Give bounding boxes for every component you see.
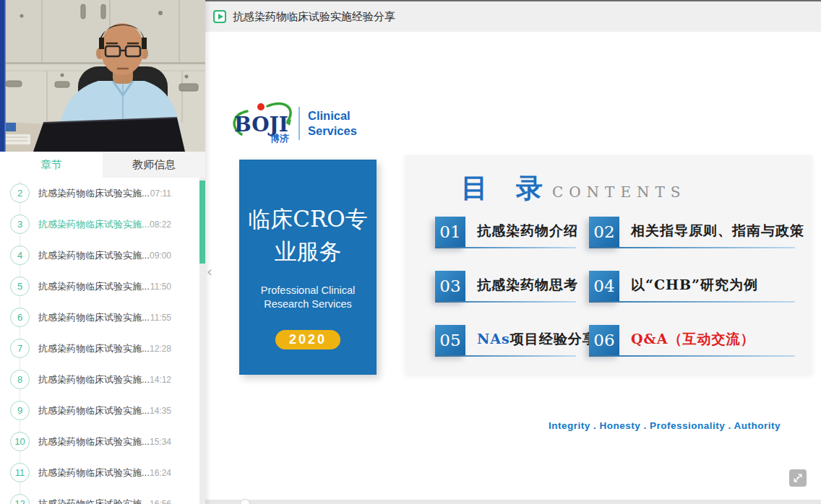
chapter-title: 抗感染药物临床试验实施... [38,311,150,324]
toc-underline [589,247,795,248]
logo-red-dot [257,103,265,110]
cro-services-card: 临床CRO专 业服务 Professional Clinical Researc… [239,160,377,375]
toc-number: 06 [589,325,619,355]
toc-label: NAs项目经验分享 [477,330,597,349]
chapter-title: 抗感染药物临床试验实施... [38,404,150,417]
chapter-number: 7 [10,339,30,358]
expand-arrows-icon [789,469,807,487]
toc-item-06: 06 Q&A（互动交流） [589,325,806,361]
chapter-item[interactable]: 4 抗感染药物临床试验实施... 09:00 [0,240,205,271]
chapter-item[interactable]: 11 抗感染药物临床试验实施... 16:24 [0,457,205,488]
chapter-time: 16:56 [150,499,171,504]
chapter-time: 15:34 [150,437,171,447]
collapse-sidebar-chevron-icon[interactable]: ‹ [207,263,212,280]
chapter-title: 抗感染药物临床试验实施... [38,249,150,262]
chapter-item[interactable]: 5 抗感染药物临床试验实施... 11:50 [0,271,205,302]
chapter-time: 08:22 [150,220,171,230]
chapter-time: 12:28 [150,344,171,354]
chapter-title: 抗感染药物临床试验实施... [38,373,150,386]
play-icon [213,10,226,23]
bottom-strip [205,500,821,504]
logo-service-line1: Clinical [308,109,351,122]
chapter-number: 8 [10,370,30,389]
chapter-time: 09:00 [150,251,171,261]
video-course-page: 章节 教师信息 2 抗感染药物临床试验实施... 07:11 3 抗感染药物临床… [0,0,821,504]
toc-label-prefix: NAs [477,331,510,347]
chapter-time: 07:11 [150,188,171,199]
chapter-list: 2 抗感染药物临床试验实施... 07:11 3 抗感染药物临床试验实施... … [0,178,205,504]
sidebar-scrollbar-track [199,178,205,504]
chapter-title: 抗感染药物临床试验实施... [38,280,150,293]
chapter-number: 3 [10,214,30,234]
chapter-title: 抗感染药物临床试验实施... [38,187,150,200]
logo-brand-cn: 博济 [270,133,289,144]
chapter-title: 抗感染药物临床试验实施... [38,466,150,479]
chapter-item[interactable]: 9 抗感染药物临床试验实施... 14:35 [0,395,205,426]
chapter-item[interactable]: 12 抗感染药物临床试验实施... 16:56 [0,488,205,504]
toc-underline [435,301,576,303]
toc-label: 抗感染药物思考 [477,276,578,295]
chapter-item[interactable]: 6 抗感染药物临床试验实施... 11:55 [0,302,205,333]
chapter-title: 抗感染药物临床试验实施... [38,435,150,448]
contents-heading: 目 录 CONTENTS [461,170,687,207]
contents-heading-cn: 目 录 [461,170,552,207]
toc-label: 相关指导原则、指南与政策 [631,222,804,240]
card-subtitle: Professional Clinical Research Services [239,284,377,311]
chapter-number: 12 [10,494,30,504]
toc-underline [589,301,795,303]
fullscreen-button[interactable] [789,469,807,487]
toc-item-02: 02 相关指导原则、指南与政策 [589,217,806,253]
chapter-time: 14:35 [150,406,171,416]
bottom-handle[interactable] [240,499,250,504]
chapter-item[interactable]: 10 抗感染药物临床试验实施... 15:34 [0,426,205,457]
webcam-video[interactable] [0,0,205,152]
toc-label: 抗感染药物介绍 [477,222,578,240]
slogan-text: Integrity . Honesty . Professionality . … [549,420,781,431]
chapter-item[interactable]: 2 抗感染药物临床试验实施... 07:11 [0,178,205,209]
chapter-number: 10 [10,432,30,451]
sidebar-tabs: 章节 教师信息 [0,152,205,178]
toc-number: 03 [435,271,465,301]
chapter-time: 14:12 [150,375,171,385]
toc-number: 05 [435,325,465,355]
contents-heading-en: CONTENTS [552,183,687,201]
chapter-item[interactable]: 8 抗感染药物临床试验实施... 14:12 [0,364,205,395]
toc-item-04: 04 以“CHB”研究为例 [589,271,806,307]
sidebar: 章节 教师信息 2 抗感染药物临床试验实施... 07:11 3 抗感染药物临床… [0,0,205,504]
chapter-title: 抗感染药物临床试验实施... [38,342,150,355]
chapter-title: 抗感染药物临床试验实施... [38,218,150,231]
course-title: 抗感染药物临床试验实施经验分享 [233,10,395,24]
chapter-item[interactable]: 7 抗感染药物临床试验实施... 12:28 [0,333,205,364]
logo-service-line2: Services [308,124,357,137]
chapter-number: 9 [10,401,30,420]
toc-number: 02 [589,217,619,247]
tab-teacher-info[interactable]: 教师信息 [103,152,205,178]
chapter-time: 16:24 [150,468,171,478]
chapter-number: 4 [10,246,30,265]
course-header: 抗感染药物临床试验实施经验分享 [205,0,821,32]
toc-underline [589,355,795,357]
toc-underline [435,355,576,357]
presenter-illustration [0,0,205,152]
chapter-time: 11:55 [150,313,171,323]
toc-number: 01 [435,217,465,247]
chapter-item-active[interactable]: 3 抗感染药物临床试验实施... 08:22 [0,209,205,240]
boji-logo: BOJI 博济 Clinical Services [233,101,377,149]
chapter-number: 2 [10,183,30,203]
toc-label: Q&A（互动交流） [631,330,755,349]
toc-label: 以“CHB”研究为例 [631,276,758,295]
sidebar-scrollbar-thumb[interactable] [199,181,205,264]
year-badge: 2020 [275,330,340,349]
toc-number: 04 [589,271,619,301]
tab-chapters[interactable]: 章节 [0,152,103,178]
main-content: 抗感染药物临床试验实施经验分享 ‹ BOJI 博济 Clinical Servi… [205,0,821,504]
card-title: 临床CRO专 业服务 [239,203,377,268]
chapter-title: 抗感染药物临床试验实施... [38,498,150,504]
toc-underline [435,247,576,248]
chapter-number: 5 [10,277,30,296]
chapter-time: 11:50 [150,282,171,292]
chapter-number: 6 [10,308,30,327]
chapter-number: 11 [10,463,30,482]
